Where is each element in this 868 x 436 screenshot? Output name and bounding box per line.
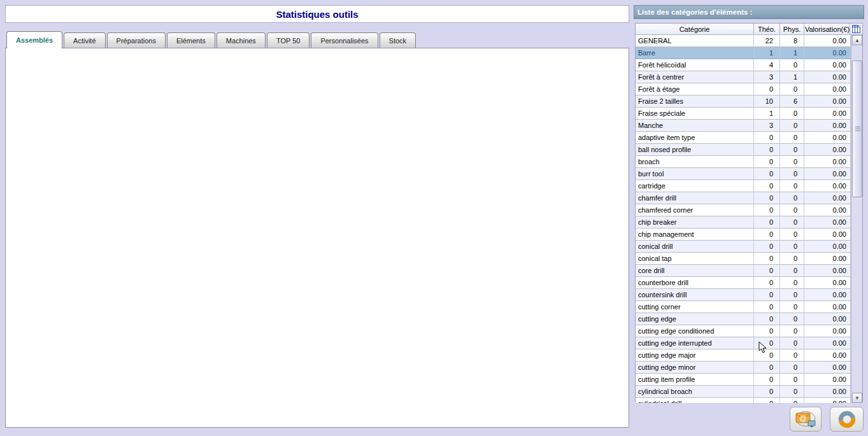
table-row-cutting-edge-conditioned[interactable]: cutting edge conditioned000.00 xyxy=(636,325,851,337)
category-value: 0 xyxy=(754,156,780,168)
category-value: 0 xyxy=(780,168,804,180)
category-value: 0.00 xyxy=(804,216,851,229)
category-value: 0 xyxy=(780,216,804,229)
category-name: burr tool xyxy=(636,168,754,180)
category-name: ball nosed profile xyxy=(636,144,754,156)
table-row-counterbore-drill[interactable]: counterbore drill000.00 xyxy=(636,277,851,289)
tab-assembl-s[interactable]: Assemblés xyxy=(6,31,62,48)
table-row-manche[interactable]: Manche300.00 xyxy=(636,120,851,132)
scrollbar-thumb[interactable] xyxy=(852,60,862,197)
category-value: 0 xyxy=(780,277,804,289)
table-row-chamfer-drill[interactable]: chamfer drill000.00 xyxy=(636,192,851,204)
category-value: 0 xyxy=(780,180,804,192)
scroll-up-button[interactable]: ▲ xyxy=(852,35,862,45)
table-row-fraise-2-tailles[interactable]: Fraise 2 tailles1060.00 xyxy=(636,95,851,108)
table-row-cylindrical-drill[interactable]: cylindrical drill000.00 xyxy=(636,398,851,403)
category-value: 0 xyxy=(780,204,804,216)
table-row-adaptive-item-type[interactable]: adaptive item type000.00 xyxy=(636,132,851,144)
table-row-general[interactable]: GENERAL2280.00 xyxy=(636,35,851,47)
table-row-cutting-edge-minor[interactable]: cutting edge minor000.00 xyxy=(636,362,851,374)
table-row-for-t-tage[interactable]: Forêt à étage000.00 xyxy=(636,83,851,95)
table-row-chamfered-corner[interactable]: chamfered corner000.00 xyxy=(636,204,851,216)
vertical-scrollbar[interactable]: ▲ ▼ xyxy=(851,35,862,403)
category-value: 0 xyxy=(754,168,780,180)
category-name: Fraise spéciale xyxy=(636,108,754,120)
category-value: 0.00 xyxy=(804,241,851,253)
category-value: 0 xyxy=(780,325,804,337)
table-row-core-drill[interactable]: core drill000.00 xyxy=(636,265,851,277)
table-row-cutting-corner[interactable]: cutting corner000.00 xyxy=(636,301,851,313)
category-name: cylindrical drill xyxy=(636,398,754,403)
table-row-cartridge[interactable]: cartridge000.00 xyxy=(636,180,851,192)
category-name: GENERAL xyxy=(636,35,754,47)
email-export-button[interactable]: @ xyxy=(790,407,822,432)
category-value: 0 xyxy=(780,253,804,265)
category-value: 0.00 xyxy=(804,204,851,216)
column-header-0[interactable]: Catégorie xyxy=(636,24,754,35)
tab-activit-[interactable]: Activité xyxy=(64,32,105,48)
category-value: 0 xyxy=(754,277,780,289)
refresh-button[interactable] xyxy=(830,407,864,432)
category-name: Barre xyxy=(636,47,754,59)
table-row-barre[interactable]: Barre110.00 xyxy=(636,47,851,59)
table-columns-icon[interactable] xyxy=(850,24,862,35)
table-row-chip-breaker[interactable]: chip breaker000.00 xyxy=(636,216,851,229)
scroll-down-button[interactable]: ▼ xyxy=(852,393,862,403)
category-value: 0.00 xyxy=(804,277,851,289)
table-row-for-t-centrer[interactable]: Forêt à centrer310.00 xyxy=(636,71,851,83)
table-row-cutting-edge-major[interactable]: cutting edge major000.00 xyxy=(636,349,851,362)
table-row-countersink-drill[interactable]: countersink drill000.00 xyxy=(636,289,851,301)
category-value: 0.00 xyxy=(804,386,851,398)
category-name: Forêt hélicoïdal xyxy=(636,59,754,71)
category-value: 0.00 xyxy=(804,59,851,71)
category-value: 0 xyxy=(754,289,780,301)
mouse-cursor xyxy=(758,341,767,354)
table-row-for-t-h-lico-dal[interactable]: Forêt hélicoïdal400.00 xyxy=(636,59,851,71)
category-value: 1 xyxy=(754,108,780,120)
table-row-conical-tap[interactable]: conical tap000.00 xyxy=(636,253,851,265)
category-name: cartridge xyxy=(636,180,754,192)
table-row-fraise-sp-ciale[interactable]: Fraise spéciale100.00 xyxy=(636,108,851,120)
category-name: Manche xyxy=(636,120,754,132)
category-value: 0.00 xyxy=(804,349,851,362)
table-row-chip-management[interactable]: chip management000.00 xyxy=(636,229,851,241)
category-name: cutting edge minor xyxy=(636,362,754,374)
table-row-cutting-edge-interrupted[interactable]: cutting edge interrupted000.00 xyxy=(636,337,851,349)
tab-machines[interactable]: Machines xyxy=(217,32,266,48)
category-value: 0 xyxy=(754,180,780,192)
category-value: 0.00 xyxy=(804,398,851,403)
table-row-cylindrical-broach[interactable]: cylindrical broach000.00 xyxy=(636,386,851,398)
table-row-cutting-edge[interactable]: cutting edge000.00 xyxy=(636,313,851,325)
category-value: 1 xyxy=(754,47,780,59)
tab-el-ments[interactable]: Eléments xyxy=(167,32,215,48)
table-row-burr-tool[interactable]: burr tool000.00 xyxy=(636,168,851,180)
table-row-ball-nosed-profile[interactable]: ball nosed profile000.00 xyxy=(636,144,851,156)
category-name: Forêt à étage xyxy=(636,83,754,95)
column-header-3[interactable]: Valorisation(€) xyxy=(804,24,851,35)
category-value: 0 xyxy=(780,144,804,156)
email-icon: @ xyxy=(793,410,818,429)
category-name: chamfer drill xyxy=(636,192,754,204)
tab-stock[interactable]: Stock xyxy=(380,32,416,48)
tab-pr-parations[interactable]: Préparations xyxy=(107,32,166,48)
tab-bar: AssemblésActivitéPréparationsElémentsMac… xyxy=(6,32,416,48)
tab-personnalis-es[interactable]: Personnalisées xyxy=(311,32,378,48)
table-row-broach[interactable]: broach000.00 xyxy=(636,156,851,168)
table-row-conical-drill[interactable]: conical drill000.00 xyxy=(636,241,851,253)
category-value: 0 xyxy=(754,253,780,265)
tab-top-50[interactable]: TOP 50 xyxy=(267,32,310,48)
category-value: 0.00 xyxy=(804,180,851,192)
category-value: 0.00 xyxy=(804,362,851,374)
category-name: counterbore drill xyxy=(636,277,754,289)
category-value: 6 xyxy=(780,95,804,108)
category-name: Fraise 2 tailles xyxy=(636,95,754,108)
category-value: 0 xyxy=(780,398,804,403)
category-name: core drill xyxy=(636,265,754,277)
table-row-cutting-item-profile[interactable]: cutting item profile000.00 xyxy=(636,374,851,386)
column-header-2[interactable]: Phys. xyxy=(780,24,804,35)
category-value: 0.00 xyxy=(804,156,851,168)
category-name: cutting edge major xyxy=(636,349,754,362)
category-value: 0 xyxy=(754,216,780,229)
category-table-rows: GENERAL2280.00Barre110.00Forêt hélicoïda… xyxy=(636,35,851,403)
column-header-1[interactable]: Théo. xyxy=(754,24,780,35)
